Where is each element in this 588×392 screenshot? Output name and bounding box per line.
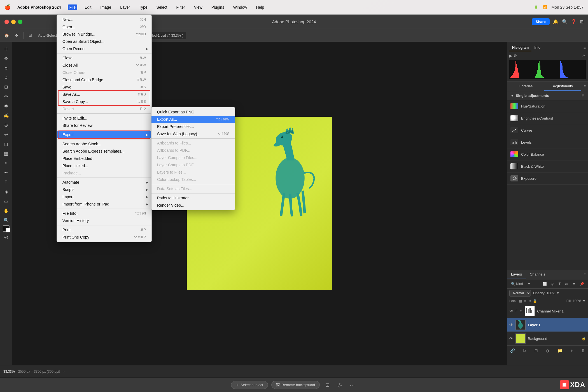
shape-tool[interactable]: ▭ — [1, 197, 11, 206]
export-paths-illustrator[interactable]: Paths to Illustrator... — [151, 194, 235, 202]
move-tool[interactable]: ✥ — [13, 32, 20, 39]
layers-options[interactable]: ≡ — [581, 270, 588, 279]
menu-save-as[interactable]: Save As... ⇧⌘S — [57, 91, 151, 98]
search-icon[interactable]: 🔍 — [562, 19, 568, 24]
menu-new[interactable]: New... ⌘N — [57, 16, 151, 23]
menu-scripts[interactable]: Scripts — [57, 186, 151, 193]
adj-grid-icon[interactable]: ⊞ — [582, 94, 585, 98]
lock-art-icon[interactable]: ⊕ — [528, 299, 531, 303]
type-tool[interactable]: T — [1, 178, 11, 186]
menu-file-info[interactable]: File Info... ⌥⇧⌘I — [57, 210, 151, 217]
lock-all-icon[interactable]: 🔒 — [533, 299, 537, 303]
pen-tool[interactable]: ✒ — [1, 168, 11, 177]
fill-value[interactable]: 100% — [573, 299, 581, 303]
menu-automate[interactable]: Automate — [57, 179, 151, 186]
new-layer-icon[interactable]: + — [570, 347, 573, 354]
gradient-tool[interactable]: ▦ — [1, 149, 11, 158]
filter-shape[interactable]: ▭ — [563, 281, 570, 287]
menu-select[interactable]: Select — [155, 4, 169, 10]
adj-black-white[interactable]: Black & White — [507, 160, 588, 172]
export-preferences[interactable]: Export Preferences... — [151, 123, 235, 130]
magic-wand-tool[interactable]: ⌂ — [1, 73, 11, 82]
tab-layers[interactable]: Layers — [507, 270, 526, 279]
panels-icon[interactable]: ⊞ — [580, 19, 584, 24]
histogram-settings[interactable]: ⚙ — [514, 53, 517, 58]
folder-icon[interactable]: 📁 — [557, 347, 563, 354]
bottom-more-icon[interactable]: ⋯ — [347, 381, 357, 389]
select-subject-button[interactable]: ⊹ Select subject — [231, 381, 268, 389]
layer1-visibility-eye[interactable]: 👁 — [509, 323, 513, 327]
lock-pos-icon[interactable]: ✏ — [524, 299, 527, 303]
adj-options[interactable]: ≡ — [581, 82, 588, 91]
clone-tool[interactable]: ⊕ — [1, 120, 11, 129]
tab-adjustments[interactable]: Adjustments — [544, 82, 582, 91]
tab-channels[interactable]: Channels — [526, 270, 549, 279]
remove-background-button[interactable]: 🖼 Remove background — [271, 381, 320, 389]
menu-close-all[interactable]: Close All ⌥⌘W — [57, 62, 151, 69]
menu-file[interactable]: File — [68, 4, 78, 10]
menu-open-smart[interactable]: Open as Smart Object... — [57, 38, 151, 45]
menu-place-linked[interactable]: Place Linked... — [57, 162, 151, 169]
bottom-select-icon[interactable]: ◎ — [335, 381, 344, 389]
menu-print[interactable]: Print... ⌘P — [57, 226, 151, 234]
lasso-tool[interactable]: ⌀ — [1, 63, 11, 72]
adj-brightness-contrast[interactable]: Brightness/Contrast — [507, 112, 588, 124]
opacity-dropdown[interactable]: ▼ — [556, 291, 560, 295]
adj-curves[interactable]: Curves — [507, 124, 588, 136]
close-button[interactable] — [4, 20, 9, 24]
menu-open-recent[interactable]: Open Recent — [57, 45, 151, 52]
menu-share-review[interactable]: Share for Review — [57, 122, 151, 129]
adj-collapse-arrow[interactable]: ▼ — [510, 94, 514, 98]
filter-smart[interactable]: ✱ — [571, 281, 577, 287]
expand-arrow[interactable]: › — [63, 370, 64, 374]
healing-tool[interactable]: ✱ — [1, 101, 11, 110]
menu-plugins[interactable]: Plugins — [210, 4, 226, 10]
brush-tool[interactable]: ✍ — [1, 111, 11, 120]
menu-place-embedded[interactable]: Place Embedded... — [57, 155, 151, 162]
dodge-tool[interactable]: ○ — [1, 158, 11, 167]
menu-image[interactable]: Image — [99, 4, 113, 10]
histogram-options[interactable]: ≡ — [584, 46, 586, 50]
menu-import-iphone[interactable]: Import from iPhone or iPad — [57, 200, 151, 208]
link-icon[interactable]: 🔗 — [509, 347, 516, 354]
export-as[interactable]: Export As... ⌥⇧⌘W — [151, 116, 235, 123]
help-icon[interactable]: ❓ — [571, 19, 577, 24]
menu-window[interactable]: Window — [232, 4, 249, 10]
export-render-video[interactable]: Render Video... — [151, 202, 235, 209]
menu-layer[interactable]: Layer — [118, 4, 132, 10]
adj-levels[interactable]: Levels — [507, 136, 588, 148]
apple-menu[interactable]: 🍎 — [4, 4, 11, 10]
menu-export[interactable]: Export — [57, 131, 151, 138]
menu-version-history[interactable]: Version History — [57, 217, 151, 224]
minimize-button[interactable] — [11, 20, 16, 24]
menu-import[interactable]: Import — [57, 193, 151, 200]
menu-help[interactable]: Help — [254, 4, 266, 10]
notification-icon[interactable]: 🔔 — [553, 19, 559, 24]
history-tool[interactable]: ↩ — [1, 130, 11, 139]
menu-search-stock[interactable]: Search Adobe Stock... — [57, 140, 151, 148]
menu-open[interactable]: Open... ⌘O — [57, 23, 151, 31]
menu-type[interactable]: Type — [137, 4, 149, 10]
filter-pin[interactable]: 📌 — [578, 281, 586, 287]
layer-item-background[interactable]: 👁 Background 🔒 — [507, 332, 588, 346]
menu-search-express[interactable]: Search Adobe Express Templates... — [57, 148, 151, 155]
fill-dropdown[interactable]: ▼ — [582, 299, 586, 303]
hand-tool[interactable]: ✋ — [1, 206, 11, 215]
path-tool[interactable]: ◈ — [1, 187, 11, 196]
histogram-play[interactable]: ▶ — [509, 53, 512, 58]
menu-filter[interactable]: Filter — [175, 4, 187, 10]
filter-type[interactable]: T — [557, 281, 562, 287]
eraser-tool[interactable]: ◻ — [1, 139, 11, 148]
quick-mask[interactable]: ◎ — [1, 232, 11, 241]
delete-layer-icon[interactable]: 🗑 — [580, 347, 586, 354]
filter-adj[interactable]: ◎ — [550, 281, 556, 287]
move-tool-lt[interactable]: ✥ — [1, 54, 11, 63]
kind-dropdown[interactable]: ▼ — [526, 281, 532, 287]
home-button[interactable]: 🏠 — [2, 32, 11, 39]
share-button[interactable]: Share — [532, 18, 550, 25]
menu-save-copy[interactable]: Save a Copy... ⌥⌘S — [57, 98, 151, 105]
lock-pixels-icon[interactable]: ▦ — [519, 299, 522, 303]
menu-view[interactable]: View — [192, 4, 204, 10]
maximize-button[interactable] — [18, 20, 22, 24]
adj-exposure[interactable]: Exposure — [507, 172, 588, 185]
